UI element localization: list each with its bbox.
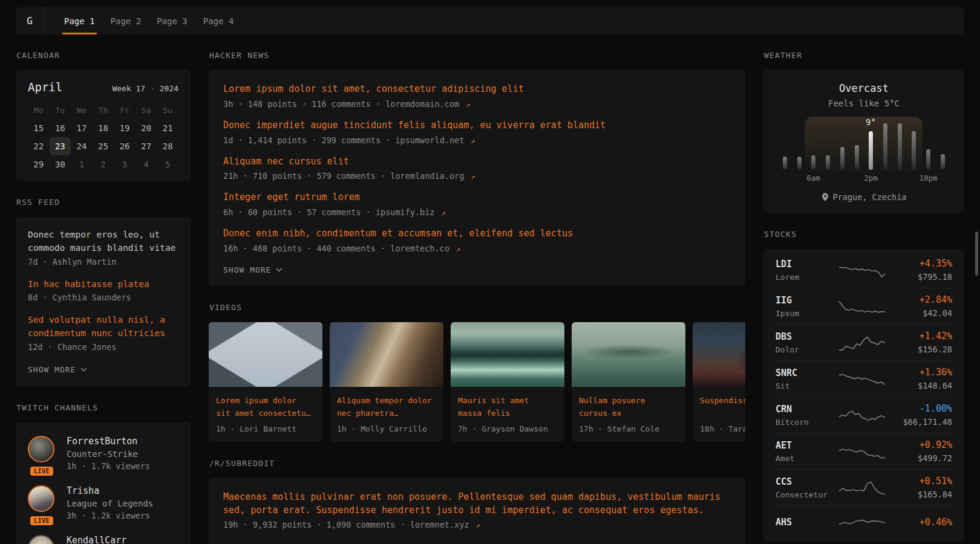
calendar-day-selected: 23 [50,137,71,155]
nav-tab-4[interactable]: Page 4 [195,7,242,34]
stock-id: AHS [776,517,834,528]
stock-quote: +1.36%$148.64 [890,367,952,390]
twitch-section: TWITCH CHANNELS LIVEForrestBurtonCounter… [16,403,191,544]
nav-tab-1[interactable]: Page 1 [56,7,103,34]
stocks-widget: LDILorem+4.35%$795.18IIGIpsum+2.84%$42.0… [763,249,964,542]
avatar [28,535,54,544]
weather-bar [912,131,916,170]
rss-item-title[interactable]: Sed volutpat nulla nisl, a condimentum n… [28,314,178,340]
stock-ticker: AHS [776,517,834,528]
twitch-channel-info: TrishaLeague of Legends3h · 1.2k viewers [67,485,153,520]
left-column: CALENDAR April Week 17 · 2024 MoTuWeThFr… [16,51,191,544]
story-meta: 21h · 710 points · 579 comments · loreml… [223,171,731,181]
rss-item-title[interactable]: In hac habitasse platea [28,278,178,291]
hacker-news-section: HACKER NEWS Lorem ipsum dolor sit amet, … [209,51,745,286]
calendar-header-row: April Week 17 · 2024 [28,80,178,94]
calendar-month: April [28,80,62,94]
weather-bar-current [869,131,873,170]
stock-quote: -1.00%$66,171.48 [890,403,952,427]
stock-quote: +0.46% [890,517,952,528]
story-domain: loremlandia.org [390,171,464,181]
calendar-day: 3 [114,155,136,173]
stock-id: SNRCSit [776,368,834,390]
calendar-day: 16 [50,119,71,137]
twitch-channel-list: LIVEForrestBurtonCounter-Strike1h · 1.7k… [28,436,178,544]
stock-row: SNRCSit+1.36%$148.64 [776,361,952,397]
stock-name: Bitcorn [776,418,834,427]
app-logo[interactable]: G [16,7,44,34]
stock-sparkline [834,405,890,426]
calendar-day: 4 [136,155,157,173]
video-card[interactable]: Lorem ipsum dolor sit amet consectetu…1h… [209,322,322,442]
nav-tab-3[interactable]: Page 3 [149,7,195,34]
calendar-day: 18 [93,119,114,137]
stock-ticker: CRN [776,404,834,415]
subreddit-widget: Maecenas mollis pulvinar erat non posuer… [209,478,745,544]
video-meta: 1h · Molly Carrillo [337,424,436,433]
weather-bar [797,157,802,170]
external-link-icon: ↗ [466,136,475,145]
current-temp-label: 9° [866,117,876,127]
rss-show-more-label: SHOW MORE [28,365,76,374]
twitch-avatar [28,535,56,544]
weather-bar [855,145,859,170]
nav-tab-2[interactable]: Page 2 [103,7,149,34]
top-nav: G Page 1Page 2Page 3Page 4 [16,7,964,34]
calendar-day: 22 [28,137,50,155]
weather-hour-label: 10pm [919,173,937,183]
scrollbar-thumb[interactable] [975,232,978,276]
story-title[interactable]: Integer eget rutrum lorem [223,191,731,204]
live-badge: LIVE [30,467,53,476]
section-title-calendar: CALENDAR [16,51,191,60]
middle-column: HACKER NEWS Lorem ipsum dolor sit amet, … [209,51,745,544]
story-title[interactable]: Donec imperdiet augue tincidunt felis al… [223,119,731,132]
story-domain: ipsumify.biz [376,207,435,217]
calendar-day: 24 [71,137,93,155]
weather-bar [926,149,930,170]
stock-row: AETAmet+0.92%$499.72 [776,433,952,470]
calendar-day: 29 [28,155,50,173]
twitch-channel-row[interactable]: LIVETrishaLeague of Legends3h · 1.2k vie… [28,485,178,520]
video-card[interactable]: Mauris sit amet massa felis7h · Grayson … [451,322,564,442]
rss-widget: Donec tempor eros leo, ut commodo mauris… [16,217,191,386]
section-title-subreddit: /R/SUBREDDIT [209,459,745,468]
story-title[interactable]: Aliquam nec cursus elit [223,155,731,169]
video-card[interactable]: Aliquam tempor dolor nec pharetra…1h · M… [330,322,443,442]
story-title[interactable]: Lorem ipsum dolor sit amet, consectetur … [223,83,731,96]
story-meta: 3h · 148 points · 116 comments · loremdo… [223,99,731,109]
hacker-news-show-more-button[interactable]: SHOW MORE [223,265,283,274]
stock-ticker: IIG [776,295,834,306]
calendar-day: 21 [157,119,178,137]
external-link-icon: ↗ [451,244,460,253]
video-title: Mauris sit amet massa felis [458,395,557,420]
story-title[interactable]: Donec enim nibh, condimentum et accumsan… [223,227,731,241]
twitch-avatar: LIVE [28,485,56,520]
stock-change: +0.92% [890,439,952,450]
video-card[interactable]: Nullam posuere cursus ex17h · Stefan Col… [572,322,685,442]
twitch-channel-row[interactable]: KendallCarr [28,535,178,544]
hacker-news-show-more-label: SHOW MORE [223,265,271,274]
weather-hour-labels: 6am2pm10pm [783,173,945,184]
stock-quote: +1.42%$156.28 [890,331,952,354]
stock-quote: +4.35%$795.18 [890,258,952,282]
story-meta: 6h · 60 points · 57 comments · ipsumify.… [223,207,731,217]
stock-change: +0.46% [890,517,952,528]
weather-hour-label: 6am [806,173,820,183]
twitch-channel-row[interactable]: LIVEForrestBurtonCounter-Strike1h · 1.7k… [28,436,178,471]
stock-quote: +0.92%$499.72 [890,439,952,463]
video-card[interactable]: Suspendisse diam18h · Tara [693,322,745,442]
rss-item-meta: 8d · Cynthia Saunders [28,293,178,302]
video-thumbnail [572,322,685,387]
video-thumbnail [330,322,443,387]
story-title[interactable]: Maecenas mollis pulvinar erat non posuer… [223,491,731,517]
story-domain: loremtech.co [390,244,449,253]
stock-id: LDILorem [776,259,834,282]
hacker-news-widget: Lorem ipsum dolor sit amet, consectetur … [209,70,745,286]
rss-item-title[interactable]: Donec tempor eros leo, ut commodo mauris… [28,228,178,255]
twitch-channel-meta: 1h · 1.7k viewers [67,461,150,471]
hacker-news-story-list: Lorem ipsum dolor sit amet, consectetur … [223,83,731,253]
calendar-day: 28 [157,137,178,155]
stock-name: Ipsum [776,309,834,318]
stock-id: CRNBitcorn [776,404,834,427]
rss-show-more-button[interactable]: SHOW MORE [28,365,87,374]
